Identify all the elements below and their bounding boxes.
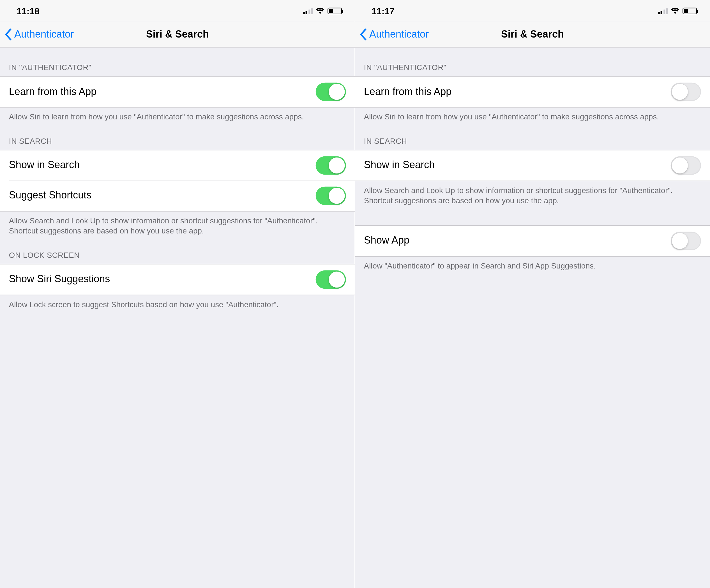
setting-label: Show Siri Suggestions [9, 273, 110, 285]
status-indicators [303, 7, 342, 14]
setting-row-show-siri-suggestions: Show Siri Suggestions [0, 264, 355, 295]
wifi-icon [316, 7, 325, 14]
toggle-learn-from-app[interactable] [316, 83, 346, 101]
setting-label: Show in Search [9, 159, 80, 171]
battery-icon [328, 7, 342, 14]
toggle-show-siri-suggestions[interactable] [316, 270, 346, 289]
section-footer: Allow Lock screen to suggest Shortcuts b… [0, 295, 355, 313]
battery-icon [683, 7, 697, 14]
status-time: 11:18 [17, 6, 39, 16]
section-header: IN "AUTHENTICATOR" [0, 48, 355, 76]
section-footer: Allow Search and Look Up to show informa… [0, 211, 355, 240]
setting-label: Learn from this App [364, 86, 452, 98]
toggle-show-in-search[interactable] [316, 156, 346, 175]
setting-row-suggest-shortcuts: Suggest Shortcuts [0, 180, 355, 211]
screen-right: 11:17 Authenticator Siri & Search IN "AU… [355, 0, 710, 588]
back-label: Authenticator [14, 28, 74, 40]
setting-label: Suggest Shortcuts [9, 190, 92, 201]
screen-left: 11:18 Authenticator Siri & Search IN "AU… [0, 0, 355, 588]
toggle-show-app[interactable] [671, 231, 701, 250]
toggle-suggest-shortcuts[interactable] [316, 187, 346, 205]
back-button[interactable]: Authenticator [0, 28, 74, 40]
cellular-icon [658, 7, 668, 14]
setting-label: Show in Search [364, 159, 435, 171]
status-time: 11:17 [372, 6, 394, 16]
chevron-left-icon [360, 28, 367, 40]
toggle-show-in-search[interactable] [671, 156, 701, 175]
chevron-left-icon [5, 28, 12, 40]
section-header: IN SEARCH [0, 126, 355, 149]
toggle-learn-from-app[interactable] [671, 83, 701, 101]
wifi-icon [671, 7, 680, 14]
nav-bar: Authenticator Siri & Search [355, 21, 710, 47]
status-bar: 11:17 [355, 0, 710, 21]
setting-row-show-in-search: Show in Search [355, 150, 710, 180]
back-label: Authenticator [369, 28, 429, 40]
section-footer: Allow "Authenticator" to appear in Searc… [355, 256, 710, 275]
section-footer: Allow Search and Look Up to show informa… [355, 181, 710, 210]
setting-row-learn-from-app: Learn from this App [355, 76, 710, 107]
nav-bar: Authenticator Siri & Search [0, 21, 355, 47]
section-header: ON LOCK SCREEN [0, 240, 355, 264]
setting-row-show-in-search: Show in Search [0, 150, 355, 180]
section-header: IN "AUTHENTICATOR" [355, 48, 710, 76]
status-bar: 11:18 [0, 0, 355, 21]
setting-label: Show App [364, 235, 409, 247]
cellular-icon [303, 7, 313, 14]
back-button[interactable]: Authenticator [355, 28, 429, 40]
section-footer: Allow Siri to learn from how you use "Au… [0, 107, 355, 126]
setting-row-learn-from-app: Learn from this App [0, 76, 355, 107]
section-header: IN SEARCH [355, 126, 710, 149]
status-indicators [658, 7, 697, 14]
setting-row-show-app: Show App [355, 226, 710, 256]
section-footer: Allow Siri to learn from how you use "Au… [355, 107, 710, 126]
setting-label: Learn from this App [9, 86, 97, 98]
